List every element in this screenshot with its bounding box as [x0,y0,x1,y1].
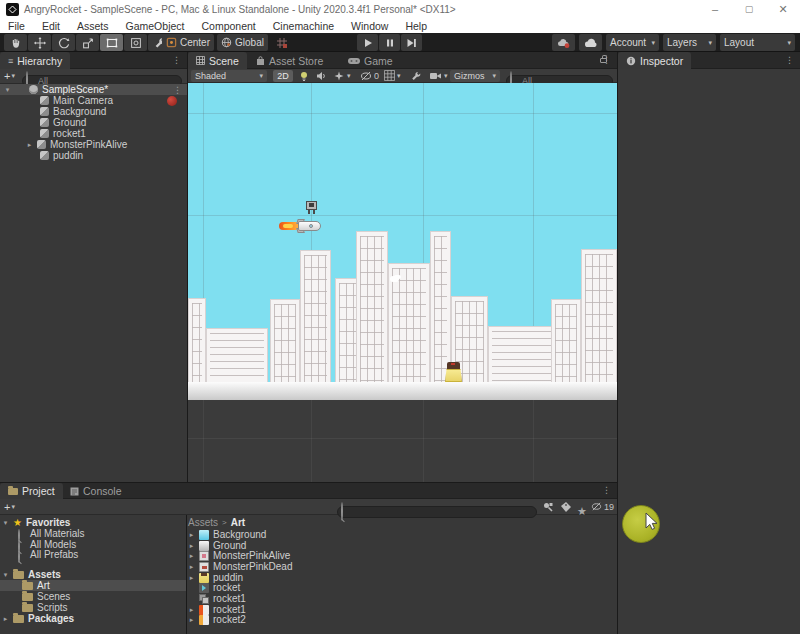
asset-monsterpinkalive[interactable]: ▸ MonsterPinkAlive [188,550,616,561]
kebab-menu-icon[interactable]: ⋮ [602,485,611,495]
asset-rocket1-animation[interactable]: ▸ rocket1 [188,593,616,604]
tab-console[interactable]: Console [62,483,130,499]
menu-component[interactable]: Component [201,20,255,32]
hierarchy-item-rocket1[interactable]: rocket1 [0,128,187,139]
menu-window[interactable]: Window [351,20,388,32]
minimize-button[interactable]: – [698,0,732,18]
favorites-group[interactable]: ▾ ★ Favorites [0,517,186,528]
save-search-button[interactable]: ★ [577,501,587,519]
project-search-input[interactable] [337,506,537,518]
menu-assets[interactable]: Assets [77,20,109,32]
hierarchy-item-ground[interactable]: Ground [0,117,187,128]
expander-icon[interactable]: ▸ [26,141,33,149]
create-button[interactable]: + ▾ [4,501,15,513]
pivot-mode-button[interactable]: Center [162,34,214,51]
tab-project[interactable]: Project [0,483,63,499]
pause-button[interactable] [379,34,400,51]
2d-toggle-button[interactable]: 2D [273,70,293,82]
close-button[interactable]: ✕ [766,0,800,18]
scene-lighting-button[interactable] [298,70,310,82]
scale-tool-button[interactable] [76,34,99,51]
asset-background[interactable]: ▸ Background [188,529,616,540]
tab-hierarchy[interactable]: ≡ Hierarchy [0,52,70,69]
expander-icon[interactable]: ▸ [188,563,195,571]
hierarchy-item-puddin[interactable]: puddin [0,150,187,161]
pudding-sprite[interactable] [445,362,462,382]
scene-viewport[interactable] [188,83,617,483]
menu-help[interactable]: Help [405,20,427,32]
asset-monsterpinkdead[interactable]: ▸ MonsterPinkDead [188,561,616,572]
move-tool-button[interactable] [28,34,51,51]
project-visibility-button[interactable]: 19 [591,501,614,512]
menu-file[interactable]: File [8,20,25,32]
tab-game[interactable]: Game [340,52,401,69]
project-column-divider[interactable] [186,515,187,634]
expander-icon[interactable]: ▾ [4,86,11,94]
lock-icon[interactable] [600,58,607,63]
packages-group[interactable]: ▸ Packages [0,613,186,624]
expander-icon[interactable]: ▸ [188,552,195,560]
scene-audio-button[interactable] [315,70,327,82]
hierarchy-item-background[interactable]: Background [0,106,187,117]
search-by-label-button[interactable] [560,501,572,513]
expander-icon[interactable]: ▸ [2,615,9,623]
breadcrumb-current[interactable]: Art [231,517,245,528]
assets-group[interactable]: ▾ Assets [0,569,186,580]
hierarchy-item-monsterpinkalive[interactable]: ▸ MonsterPinkAlive [0,139,187,150]
hierarchy-scene-row[interactable]: ▾ SampleScene* ⋮ [0,84,187,95]
scene-effects-dropdown[interactable]: ▾ [333,70,351,82]
hierarchy-scene-divider[interactable] [187,52,188,483]
character-sprite[interactable] [305,200,318,215]
space-mode-button[interactable]: Global [217,34,268,51]
grid-snapping-button[interactable] [271,34,294,51]
expander-icon[interactable]: ▸ [188,616,195,624]
folder-scenes[interactable]: Scenes [0,591,186,602]
expander-icon[interactable]: ▸ [188,574,195,582]
asset-rocket2-sprite[interactable]: ▸ rocket2 [188,614,616,625]
favorites-all-materials[interactable]: All Materials [0,528,186,539]
rotate-tool-button[interactable] [52,34,75,51]
play-button[interactable] [357,34,378,51]
search-by-type-button[interactable] [542,501,554,513]
layout-dropdown[interactable]: Layout ▾ [720,34,795,51]
expander-icon[interactable]: ▸ [188,542,195,550]
kebab-menu-icon[interactable]: ⋮ [785,55,794,65]
scene-tools-button[interactable] [410,70,422,82]
gizmos-dropdown[interactable]: Gizmos ▾ [450,70,500,82]
menu-gameobject[interactable]: GameObject [126,20,185,32]
maximize-button[interactable]: ▢ [732,0,766,18]
inspector-divider[interactable] [617,52,618,634]
expander-icon[interactable]: ▸ [188,531,195,539]
tab-inspector[interactable]: Inspector [618,52,691,69]
scene-visibility-button[interactable]: 0 [360,70,379,82]
rect-tool-button[interactable] [100,34,123,51]
expander-icon[interactable]: ▾ [2,519,9,527]
tab-asset-store[interactable]: Asset Store [248,52,331,69]
step-button[interactable] [401,34,422,51]
kebab-menu-icon[interactable]: ⋮ [173,85,182,95]
gameobject-icon [37,140,46,149]
rocket-sprite[interactable] [279,219,322,233]
cloud-button[interactable] [579,34,602,51]
transform-tool-button[interactable] [124,34,147,51]
shading-mode-dropdown[interactable]: Shaded ▾ [191,70,267,82]
account-dropdown[interactable]: Account ▾ [606,34,659,51]
create-button[interactable]: + ▾ [4,70,15,82]
menu-cinemachine[interactable]: Cinemachine [273,20,334,32]
hierarchy-item-main-camera[interactable]: Main Camera [0,95,187,106]
layers-dropdown[interactable]: Layers ▾ [663,34,716,51]
hand-tool-button[interactable] [4,34,27,51]
asset-rocket-controller[interactable]: ▸ rocket [188,582,616,593]
scene-camera-dropdown[interactable]: ▾ [429,70,448,81]
favorites-all-prefabs[interactable]: All Prefabs [0,549,186,560]
folder-art[interactable]: Art [0,580,186,591]
expander-icon[interactable]: ▸ [188,606,195,614]
expander-icon[interactable]: ▾ [2,571,9,579]
folder-scripts[interactable]: Scripts [0,602,186,613]
scene-grid-dropdown[interactable]: ▾ [384,70,401,81]
tab-scene[interactable]: Scene [188,52,247,69]
menu-edit[interactable]: Edit [42,20,60,32]
breadcrumb-root[interactable]: Assets [188,517,218,528]
kebab-menu-icon[interactable]: ⋮ [172,55,181,65]
collab-button[interactable] [552,34,575,51]
